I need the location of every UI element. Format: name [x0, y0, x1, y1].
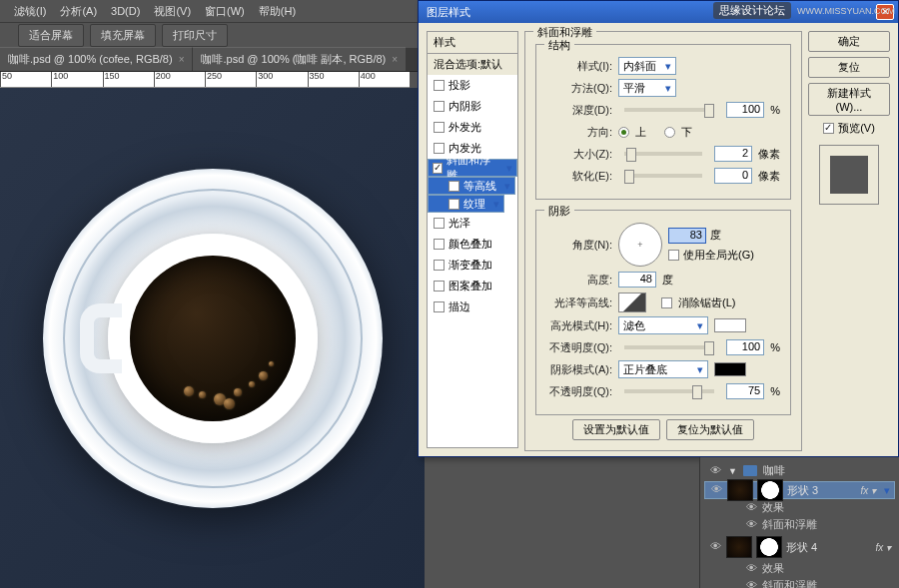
highlight-mode-select[interactable]: 滤色 — [618, 316, 708, 334]
reset-default-button[interactable]: 复位为默认值 — [666, 419, 754, 440]
visibility-icon[interactable]: 👁 — [709, 483, 723, 497]
checkbox[interactable] — [434, 239, 445, 250]
cancel-button[interactable]: 复位 — [808, 57, 890, 78]
coffee-liquid — [130, 256, 296, 421]
checkbox[interactable] — [434, 260, 445, 271]
checkbox[interactable] — [449, 199, 459, 210]
shadow-mode-select[interactable]: 正片叠底 — [618, 360, 708, 378]
fit-screen-button[interactable]: 适合屏幕 — [18, 24, 84, 47]
visibility-icon[interactable]: 👁 — [708, 464, 722, 478]
layer-name[interactable]: 形状 4 — [786, 540, 817, 555]
soften-input[interactable]: 0 — [714, 168, 752, 184]
shadow-color-swatch[interactable] — [714, 362, 746, 376]
vector-mask-thumbnail[interactable] — [756, 536, 782, 558]
technique-select[interactable]: 平滑 — [618, 79, 676, 97]
watermark-site: 思缘设计论坛 — [713, 2, 791, 19]
blending-options-item[interactable]: 混合选项:默认 — [428, 54, 517, 75]
checkbox[interactable] — [434, 101, 445, 112]
document-tab-1[interactable]: 咖啡.psd @ 100% (cofee, RGB/8)× — [0, 47, 192, 71]
checkbox[interactable] — [434, 80, 445, 91]
style-drop-shadow[interactable]: 投影 — [428, 75, 517, 96]
style-stroke[interactable]: 描边 — [428, 296, 517, 317]
shadow-opacity-slider[interactable] — [624, 389, 714, 393]
style-satin[interactable]: 光泽 — [428, 213, 517, 234]
highlight-color-swatch[interactable] — [714, 318, 746, 332]
menu-analysis[interactable]: 分析(A) — [54, 2, 103, 21]
angle-dial[interactable] — [618, 223, 662, 267]
set-default-button[interactable]: 设置为默认值 — [572, 419, 660, 440]
global-light-checkbox[interactable] — [668, 250, 679, 261]
effect-bevel-item[interactable]: 👁斜面和浮雕 — [704, 516, 895, 533]
watermark-url: WWW.MISSYUAN.COM — [797, 6, 895, 16]
style-gradient-overlay[interactable]: 渐变叠加 — [428, 255, 517, 276]
depth-input[interactable]: 100 — [726, 102, 764, 118]
preview-checkbox[interactable] — [823, 123, 834, 134]
layer-thumbnail[interactable] — [726, 536, 752, 558]
menu-window[interactable]: 窗口(W) — [199, 2, 251, 21]
checkbox[interactable] — [434, 122, 445, 133]
shadow-opacity-input[interactable]: 75 — [726, 383, 764, 399]
fill-screen-button[interactable]: 填充屏幕 — [90, 24, 156, 47]
visibility-icon[interactable]: 👁 — [744, 501, 758, 515]
checkbox[interactable] — [434, 281, 445, 292]
menu-help[interactable]: 帮助(H) — [253, 2, 302, 21]
menu-view[interactable]: 视图(V) — [148, 2, 197, 21]
style-contour[interactable]: 等高线 — [428, 177, 515, 195]
menu-3d[interactable]: 3D(D) — [105, 3, 146, 19]
angle-input[interactable]: 83 — [668, 228, 706, 244]
visibility-icon[interactable]: 👁 — [708, 540, 722, 554]
soften-slider[interactable] — [624, 174, 702, 178]
cup-handle — [80, 303, 122, 373]
fx-badge[interactable]: fx ▾ — [860, 485, 876, 496]
altitude-input[interactable]: 48 — [618, 272, 656, 288]
style-pattern-overlay[interactable]: 图案叠加 — [428, 276, 517, 296]
layer-row[interactable]: 👁 形状 4 fx ▾ — [704, 534, 895, 560]
effects-label[interactable]: 👁效果 — [704, 560, 895, 577]
highlight-opacity-input[interactable]: 100 — [726, 339, 764, 355]
layer-name[interactable]: 形状 3 — [787, 483, 818, 498]
ruler-horizontal: 50 100 150 200 250 300 350 400 — [0, 72, 410, 88]
checkbox[interactable] — [434, 218, 445, 229]
size-slider[interactable] — [624, 152, 702, 156]
disclosure-icon[interactable]: ▼ — [728, 466, 737, 476]
highlight-opacity-slider[interactable] — [624, 345, 714, 349]
style-bevel-emboss[interactable]: 斜面和浮雕 — [428, 159, 517, 177]
ok-button[interactable]: 确定 — [808, 31, 890, 52]
depth-slider[interactable] — [624, 108, 714, 112]
close-icon[interactable]: × — [179, 54, 185, 65]
size-input[interactable]: 2 — [714, 146, 752, 162]
layer-thumbnail[interactable] — [727, 479, 753, 501]
effect-bevel-item[interactable]: 👁斜面和浮雕 — [704, 577, 895, 588]
layer-style-dialog: 图层样式 ✕ 样式 混合选项:默认 投影 内阴影 外发光 内发光 斜面和浮雕 等… — [418, 0, 899, 457]
menu-filter[interactable]: 滤镜(I) — [8, 2, 52, 21]
dir-up-radio[interactable] — [618, 127, 629, 138]
new-style-button[interactable]: 新建样式(W)... — [808, 83, 890, 116]
fx-badge[interactable]: fx ▾ — [875, 542, 891, 553]
dir-down-radio[interactable] — [664, 127, 675, 138]
checkbox[interactable] — [433, 163, 443, 174]
close-icon[interactable]: × — [392, 54, 398, 65]
style-select[interactable]: 内斜面 — [618, 57, 676, 75]
visibility-icon[interactable]: 👁 — [744, 518, 758, 532]
document-tab-2[interactable]: 咖啡.psd @ 100% (咖啡 副本, RGB/8)× — [193, 47, 406, 71]
layer-group-header[interactable]: 👁 ▼ 咖啡 — [704, 461, 895, 480]
antialias-checkbox[interactable] — [661, 297, 672, 308]
style-inner-shadow[interactable]: 内阴影 — [428, 96, 517, 117]
vector-mask-thumbnail[interactable] — [757, 479, 783, 501]
checkbox[interactable] — [434, 301, 445, 312]
layers-panel: 👁 ▼ 咖啡 👁 形状 3 fx ▾ 👁效果 👁斜面和浮雕 👁 形状 4 fx … — [699, 457, 899, 588]
gloss-contour-picker[interactable] — [618, 293, 646, 312]
canvas[interactable] — [0, 88, 425, 588]
checkbox[interactable] — [449, 181, 459, 192]
style-color-overlay[interactable]: 颜色叠加 — [428, 234, 517, 255]
style-outer-glow[interactable]: 外发光 — [428, 117, 517, 138]
visibility-icon[interactable]: 👁 — [744, 579, 758, 589]
styles-list: 样式 混合选项:默认 投影 内阴影 外发光 内发光 斜面和浮雕 等高线 纹理 光… — [427, 31, 518, 448]
bevel-group: 斜面和浮雕 结构 样式(I):内斜面 方法(Q):平滑 深度(D):100% 方… — [524, 31, 802, 451]
checkbox[interactable] — [434, 143, 445, 154]
print-size-button[interactable]: 打印尺寸 — [162, 24, 228, 47]
layer-row[interactable]: 👁 形状 3 fx ▾ — [704, 481, 895, 499]
style-texture[interactable]: 纹理 — [428, 195, 504, 213]
effects-label[interactable]: 👁效果 — [704, 499, 895, 516]
visibility-icon[interactable]: 👁 — [744, 562, 758, 576]
